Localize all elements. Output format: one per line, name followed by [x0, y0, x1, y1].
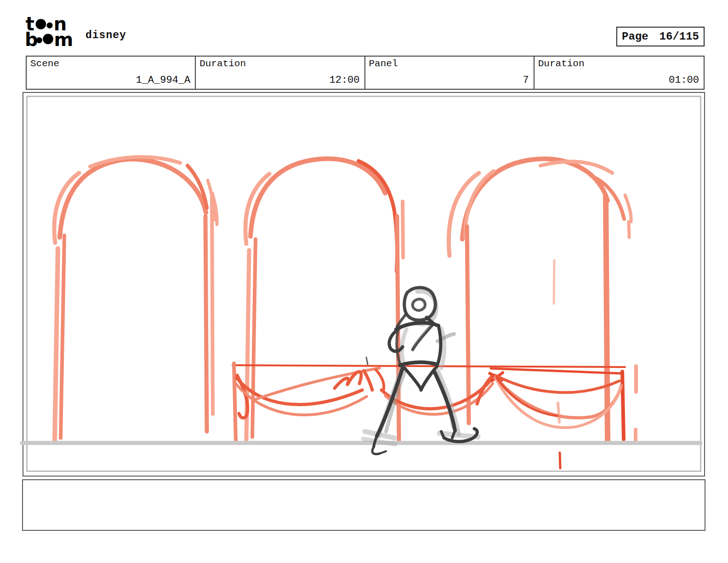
- project-title: disney: [85, 29, 126, 41]
- meta-value: 12:00: [329, 75, 359, 86]
- meta-table: Scene 1_A_994_A Duration 12:00 Panel 7 D…: [26, 56, 705, 90]
- camera-frame: [26, 96, 701, 472]
- meta-label: Panel: [369, 58, 398, 69]
- storyboard-panel: [23, 92, 705, 477]
- meta-label: Duration: [199, 58, 246, 69]
- page-label: Page: [622, 30, 648, 43]
- toonboom-logo: t n b m: [25, 16, 81, 49]
- logo-dot-small: [46, 23, 52, 29]
- meta-value: 01:00: [669, 75, 699, 86]
- meta-cell-panel: Panel 7: [365, 57, 535, 89]
- storyboard-page: t n b m disney Page 16/115 Scene 1_A_994…: [0, 0, 728, 563]
- logo-dot-small: [36, 37, 42, 43]
- logo-dot-large: [36, 19, 46, 29]
- logo-letter: m: [54, 29, 74, 49]
- meta-cell-duration: Duration 12:00: [196, 57, 365, 89]
- meta-cell-panel-duration: Duration 01:00: [535, 57, 704, 89]
- meta-value: 7: [523, 75, 529, 86]
- logo-dot-large: [43, 34, 53, 44]
- logo-letter: b: [25, 29, 38, 49]
- caption-box: [22, 479, 705, 531]
- page-number-box: Page 16/115: [616, 27, 705, 46]
- meta-value: 1_A_994_A: [136, 75, 190, 86]
- meta-label: Duration: [538, 58, 585, 69]
- meta-label: Scene: [30, 58, 59, 69]
- meta-cell-scene: Scene 1_A_994_A: [27, 57, 196, 89]
- page-value: 16/115: [660, 30, 699, 43]
